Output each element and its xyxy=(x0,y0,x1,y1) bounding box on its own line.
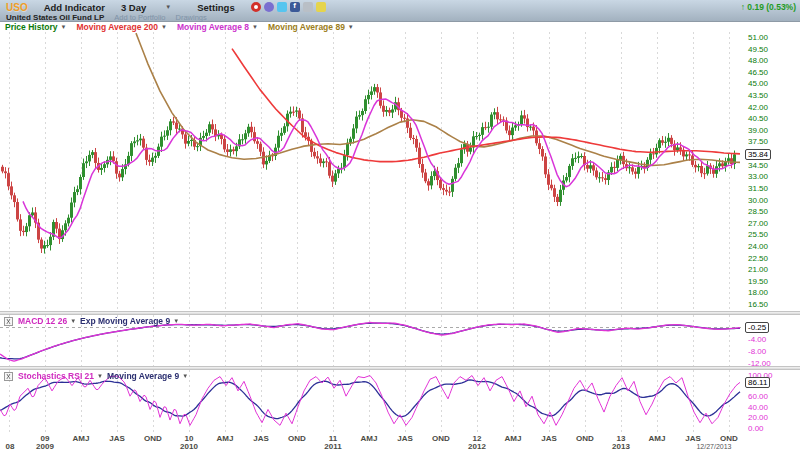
x-axis-quarter-label: JAS xyxy=(109,434,125,443)
price-axis-label: 48.00 xyxy=(748,56,768,65)
x-axis-quarter-label: OND xyxy=(288,434,306,443)
legend-ma89[interactable]: Moving Average 89 xyxy=(268,22,354,32)
stoch-axis-label: 40.00 xyxy=(748,403,768,412)
macd-axis-label: -12.00 xyxy=(748,359,771,368)
legend-price-history[interactable]: Price History xyxy=(5,22,66,32)
chevron-down-icon xyxy=(182,373,188,379)
close-icon[interactable]: X xyxy=(4,317,13,326)
x-axis-year-label: 2010 xyxy=(180,442,198,451)
price-axis-label: 42.00 xyxy=(748,103,768,112)
facebook-icon[interactable]: f xyxy=(290,2,300,12)
price-axis-label: 22.50 xyxy=(748,254,768,263)
x-axis-quarter-label: AMJ xyxy=(361,434,378,443)
price-axis-label: 25.50 xyxy=(748,230,768,239)
price-axis-label: 21.00 xyxy=(748,265,768,274)
record-icon[interactable] xyxy=(251,2,261,12)
symbol-label[interactable]: USO xyxy=(6,2,28,13)
x-axis-year-label: 2012 xyxy=(468,442,486,451)
settings-button[interactable]: Settings xyxy=(197,2,234,13)
x-axis-quarter-label: OND xyxy=(576,434,594,443)
x-axis-quarter-label: OND xyxy=(144,434,162,443)
up-arrow-icon: ↑ xyxy=(741,2,745,12)
macd-title-dropdown[interactable]: MACD 12 26 xyxy=(18,316,76,326)
price-axis-label: 31.50 xyxy=(748,184,768,193)
macd-axis-label: -4.00 xyxy=(748,335,766,344)
chevron-down-icon xyxy=(97,373,103,379)
period-dropdown[interactable]: 3 Day xyxy=(121,2,146,13)
chevron-down-icon xyxy=(70,318,76,324)
stoch-value-box: 86.11 xyxy=(745,377,770,388)
x-axis-quarter-label: JAS xyxy=(397,434,413,443)
toolbar: USO Add Indicator 3 Day Settings f ↑ 0.1… xyxy=(0,0,800,22)
chevron-down-icon[interactable] xyxy=(165,4,171,10)
note-icon[interactable] xyxy=(316,2,326,12)
x-axis-quarter-label: AMJ xyxy=(217,434,234,443)
stoch-axis-label: 60.00 xyxy=(748,392,768,401)
x-axis-quarter-label: JAS xyxy=(541,434,557,443)
chevron-down-icon xyxy=(161,24,167,30)
price-axis-label: 46.50 xyxy=(748,68,768,77)
macd-value-box: -0.25 xyxy=(745,322,769,333)
price-axis-label: 39.00 xyxy=(748,126,768,135)
stoch-axis-label: 0.00 xyxy=(748,424,764,433)
x-axis-year-label: 2011 xyxy=(324,442,341,451)
price-axis-label: 24.00 xyxy=(748,242,768,251)
price-axis-label: 16.50 xyxy=(748,300,768,309)
x-axis-quarter-label: AMJ xyxy=(505,434,522,443)
chevron-down-icon xyxy=(252,24,258,30)
price-axis-label: 34.50 xyxy=(748,161,768,170)
close-icon[interactable]: X xyxy=(4,372,13,381)
stoch-axis-label: 20.00 xyxy=(748,413,768,422)
price-axis-label: 27.00 xyxy=(748,219,768,228)
stoch-overlay-dropdown[interactable]: Moving Average 9 xyxy=(107,371,188,381)
macd-overlay-dropdown[interactable]: Exp Moving Average 9 xyxy=(80,316,179,326)
price-axis-label: 37.50 xyxy=(748,137,768,146)
drawings-link[interactable]: Drawings xyxy=(176,13,207,22)
chevron-down-icon xyxy=(60,24,66,30)
x-axis-year-label: 2013 xyxy=(612,442,630,451)
end-date-label: 12/27/2013 xyxy=(696,443,731,450)
x-axis-quarter-label: AMJ xyxy=(649,434,666,443)
add-indicator-button[interactable]: Add Indicator xyxy=(44,2,105,13)
price-axis-label: 19.50 xyxy=(748,277,768,286)
price-axis-label: 33.00 xyxy=(748,172,768,181)
price-axis-label: 49.50 xyxy=(748,45,768,54)
current-price-box: 35.84 xyxy=(745,149,771,160)
twitter-icon[interactable] xyxy=(277,2,287,12)
indicator-legend: Price History Moving Average 200 Moving … xyxy=(0,22,800,32)
photo-icon[interactable] xyxy=(303,2,313,12)
legend-ma8[interactable]: Moving Average 8 xyxy=(177,22,258,32)
legend-ma200[interactable]: Moving Average 200 xyxy=(76,22,167,32)
price-axis-label: 28.50 xyxy=(748,207,768,216)
price-chart-canvas[interactable] xyxy=(0,32,742,311)
price-axis-label: 51.00 xyxy=(748,33,768,42)
chevron-down-icon xyxy=(348,24,354,30)
price-change-badge: ↑ 0.19 (0.53%) xyxy=(741,2,796,12)
x-axis-quarter-label: OND xyxy=(720,434,738,443)
charting-app: USO Add Indicator 3 Day Settings f ↑ 0.1… xyxy=(0,0,800,453)
price-axis-label: 30.00 xyxy=(748,196,768,205)
x-axis: 09AMJJASOND10AMJJASOND11AMJJASOND12AMJJA… xyxy=(0,432,742,453)
globe-icon[interactable] xyxy=(264,2,274,12)
x-axis-quarter-label: JAS xyxy=(253,434,269,443)
chevron-down-icon xyxy=(173,318,179,324)
x-axis-quarter-label: OND xyxy=(432,434,450,443)
price-axis-label: 43.50 xyxy=(748,91,768,100)
add-to-portfolio-link[interactable]: Add to Portfolio xyxy=(114,13,165,22)
x-axis-year-label: 2009 xyxy=(36,442,54,451)
stoch-title-dropdown[interactable]: Stochastics RSI 21 xyxy=(18,371,103,381)
price-axis-label: 40.50 xyxy=(748,114,768,123)
macd-axis-label: -8.00 xyxy=(748,347,766,356)
stoch-pane-header: X Stochastics RSI 21 Moving Average 9 xyxy=(4,371,192,381)
x-axis-quarter-label: AMJ xyxy=(73,434,90,443)
macd-pane-header: X MACD 12 26 Exp Moving Average 9 xyxy=(4,316,183,326)
fund-name-label: United States Oil Fund LP xyxy=(6,13,104,22)
price-axis-label: 45.00 xyxy=(748,79,768,88)
x-axis-quarter-label: JAS xyxy=(685,434,701,443)
x-axis-year-label: 08 xyxy=(6,442,15,451)
price-axis-label: 18.00 xyxy=(748,288,768,297)
